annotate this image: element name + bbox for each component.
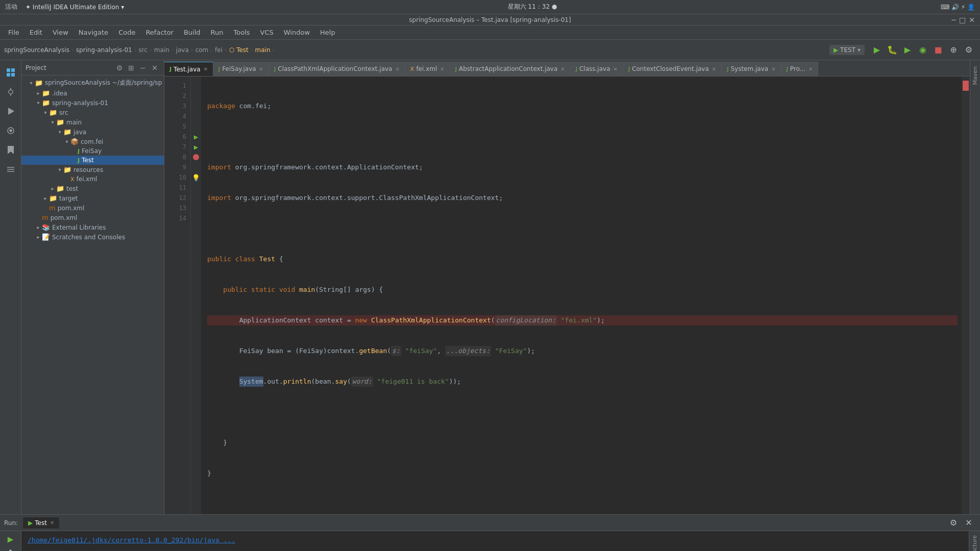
tab-close-feisay[interactable]: ✕ xyxy=(259,66,263,72)
bc-src[interactable]: src xyxy=(139,46,148,54)
tab-class[interactable]: J Class.java ✕ xyxy=(571,62,623,76)
structure-label[interactable]: Structure xyxy=(971,535,978,551)
tab-icon-test: J xyxy=(169,66,172,72)
scroll-up-btn[interactable]: ↑ xyxy=(4,546,18,551)
run-config[interactable]: ▶ TEST ▾ xyxy=(829,45,865,55)
menu-file[interactable]: File xyxy=(4,28,23,37)
maven-panel-label[interactable]: Maven xyxy=(972,64,978,87)
bc-java[interactable]: java xyxy=(176,46,189,54)
code-line-10: System.out.println(bean.say(word: "feige… xyxy=(207,377,958,387)
menu-code[interactable]: Code xyxy=(114,28,139,37)
close-btn[interactable]: ✕ xyxy=(969,16,975,24)
code-content[interactable]: package com.fei; import org.springframew… xyxy=(201,77,962,514)
bc-test-cls[interactable]: ⬡ Test xyxy=(229,46,249,54)
bc-fei[interactable]: fei xyxy=(215,46,223,54)
error-stripe[interactable] xyxy=(963,81,969,91)
tree-spring-module[interactable]: ▾ 📁 spring-analysis-01 xyxy=(21,98,164,108)
structure-side-icon[interactable] xyxy=(3,161,19,178)
tab-test-java[interactable]: J Test.java ✕ xyxy=(164,62,213,76)
tab-close-test[interactable]: ✕ xyxy=(204,66,208,72)
bc-module[interactable]: spring-analysis-01 xyxy=(76,46,132,54)
run-with-coverage-btn[interactable]: ▶ xyxy=(900,43,915,57)
stop-btn[interactable]: ■ xyxy=(931,43,945,57)
tree-root[interactable]: ▾ 📁 springSourceAnalysis ~/桌面/spring/sp xyxy=(21,78,164,88)
main-label: main xyxy=(66,119,82,126)
tree-item-idea[interactable]: ▸ 📁 .idea xyxy=(21,88,164,98)
breakpoint-8[interactable] xyxy=(191,152,201,162)
menu-help[interactable]: Help xyxy=(316,28,339,37)
resources-label: resources xyxy=(74,166,103,173)
rerun-btn[interactable]: ▶ xyxy=(4,533,18,545)
menu-refactor[interactable]: Refactor xyxy=(141,28,178,37)
sidebar-collapse-btn[interactable]: − xyxy=(138,63,148,73)
minimize-btn[interactable]: ─ xyxy=(952,16,956,24)
tree-java[interactable]: ▾ 📁 java xyxy=(21,127,164,137)
console-output: /home/feige011/.jdks/corretto-1.8.0_292/… xyxy=(21,531,969,551)
panel-close-btn[interactable]: ✕ xyxy=(962,516,976,530)
debug-side-icon[interactable] xyxy=(3,122,19,139)
tab-close-class[interactable]: ✕ xyxy=(613,66,617,72)
tree-pom-module[interactable]: ▸ m pom.xml xyxy=(21,203,164,213)
tab-close-abstract[interactable]: ✕ xyxy=(560,66,565,72)
tree-main[interactable]: ▾ 📁 main xyxy=(21,117,164,127)
os-activity[interactable]: 活动 xyxy=(5,3,17,11)
tab-close-contextclosed[interactable]: ✕ xyxy=(712,66,716,72)
run-tab-close[interactable]: ✕ xyxy=(50,520,54,525)
menu-vcs[interactable]: VCS xyxy=(256,28,278,37)
tab-close-classpathxml[interactable]: ✕ xyxy=(395,66,399,72)
run-icon[interactable] xyxy=(3,103,19,119)
debug-btn[interactable]: 🐛 xyxy=(885,43,899,57)
tab-pro[interactable]: J Pro... ✕ xyxy=(781,62,819,76)
sidebar-gear-btn[interactable]: ⚙ xyxy=(114,63,125,73)
tab-abstract[interactable]: J AbstractApplicationContext.java ✕ xyxy=(450,62,571,76)
tree-scratches[interactable]: ▸ 📝 Scratches and Consoles xyxy=(21,232,164,242)
tab-close-system[interactable]: ✕ xyxy=(771,66,775,72)
tree-test[interactable]: ▸ J Test xyxy=(21,156,164,165)
tree-target[interactable]: ▸ 📁 target xyxy=(21,193,164,203)
tab-classpathxml[interactable]: J ClassPathXmlApplicationContext.java ✕ xyxy=(269,62,405,76)
menu-run[interactable]: Run xyxy=(207,28,228,37)
tree-feisay[interactable]: ▸ J FeiSay xyxy=(21,146,164,156)
search-everywhere-btn[interactable]: ⊕ xyxy=(946,43,961,57)
bookmarks-icon[interactable] xyxy=(3,142,19,158)
window-controls[interactable]: ─ □ ✕ xyxy=(952,16,975,24)
code-editor[interactable]: 1 2 3 4 5 6 7 8 9 10 11 12 13 14 xyxy=(164,77,970,514)
commit-icon[interactable] xyxy=(3,84,19,100)
menu-build[interactable]: Build xyxy=(180,28,205,37)
tree-src[interactable]: ▾ 📁 src xyxy=(21,108,164,117)
bc-main[interactable]: main xyxy=(154,46,169,54)
bc-com[interactable]: com xyxy=(195,46,209,54)
tree-feixml[interactable]: ▸ X fei.xml xyxy=(21,174,164,184)
menu-view[interactable]: View xyxy=(48,28,72,37)
tab-label-pro: Pro... xyxy=(790,65,805,72)
sidebar-close-btn[interactable]: ✕ xyxy=(150,63,160,73)
app-menu[interactable]: ✦ IntelliJ IDEA Ultimate Edition ▾ xyxy=(26,4,124,11)
bc-main-method[interactable]: main xyxy=(255,46,271,54)
profile-btn[interactable]: ◉ xyxy=(916,43,930,57)
project-icon[interactable] xyxy=(3,64,19,81)
tab-feixml[interactable]: X fei.xml ✕ xyxy=(405,62,450,76)
bottom-tab-test[interactable]: ▶ Test ✕ xyxy=(23,517,59,529)
bc-root[interactable]: springSourceAnalysis xyxy=(4,46,69,54)
tab-feisay[interactable]: J FeiSay.java ✕ xyxy=(213,62,269,76)
menu-navigate[interactable]: Navigate xyxy=(75,28,112,37)
maximize-btn[interactable]: □ xyxy=(959,16,966,24)
menu-window[interactable]: Window xyxy=(280,28,314,37)
tree-ext-libs[interactable]: ▸ 📚 External Libraries xyxy=(21,222,164,232)
tree-comfei[interactable]: ▾ 📦 com.fei xyxy=(21,137,164,146)
tree-resources[interactable]: ▾ 📁 resources xyxy=(21,165,164,174)
tab-close-feixml[interactable]: ✕ xyxy=(440,66,444,72)
settings-btn[interactable]: ⚙ xyxy=(962,43,976,57)
tab-close-pro[interactable]: ✕ xyxy=(808,66,813,72)
tab-system[interactable]: J System.java ✕ xyxy=(722,62,781,76)
tree-pom-root[interactable]: ▸ m pom.xml xyxy=(21,213,164,222)
code-line-12: } xyxy=(207,438,958,448)
svg-rect-3 xyxy=(11,73,15,77)
menu-edit[interactable]: Edit xyxy=(26,28,46,37)
tree-test-folder[interactable]: ▸ 📁 test xyxy=(21,184,164,193)
run-btn[interactable]: ▶ xyxy=(870,43,884,57)
tab-contextclosed[interactable]: J ContextClosedEvent.java ✕ xyxy=(623,62,722,76)
sidebar-layout-btn[interactable]: ⊞ xyxy=(126,63,136,73)
panel-settings-btn[interactable]: ⚙ xyxy=(946,516,961,530)
menu-tools[interactable]: Tools xyxy=(230,28,254,37)
